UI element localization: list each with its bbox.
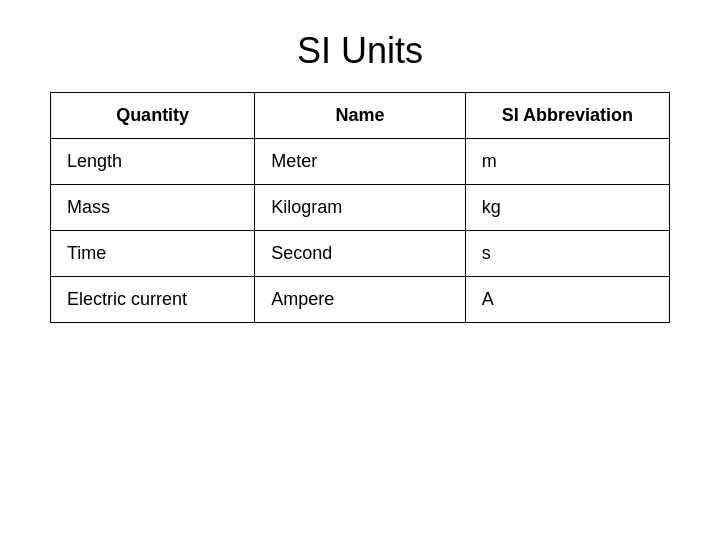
table-row: LengthMeterm — [51, 139, 670, 185]
header-abbreviation: SI Abbreviation — [465, 93, 669, 139]
cell-quantity: Time — [51, 231, 255, 277]
cell-name: Meter — [255, 139, 465, 185]
si-units-table: Quantity Name SI Abbreviation LengthMete… — [50, 92, 670, 323]
table-row: TimeSeconds — [51, 231, 670, 277]
cell-abbreviation: m — [465, 139, 669, 185]
cell-abbreviation: kg — [465, 185, 669, 231]
page-title: SI Units — [297, 30, 423, 72]
cell-quantity: Mass — [51, 185, 255, 231]
cell-name: Kilogram — [255, 185, 465, 231]
header-name: Name — [255, 93, 465, 139]
cell-name: Second — [255, 231, 465, 277]
cell-abbreviation: A — [465, 277, 669, 323]
cell-quantity: Length — [51, 139, 255, 185]
table-header-row: Quantity Name SI Abbreviation — [51, 93, 670, 139]
header-quantity: Quantity — [51, 93, 255, 139]
table-row: Electric currentAmpereA — [51, 277, 670, 323]
cell-quantity: Electric current — [51, 277, 255, 323]
cell-abbreviation: s — [465, 231, 669, 277]
cell-name: Ampere — [255, 277, 465, 323]
table-row: MassKilogramkg — [51, 185, 670, 231]
